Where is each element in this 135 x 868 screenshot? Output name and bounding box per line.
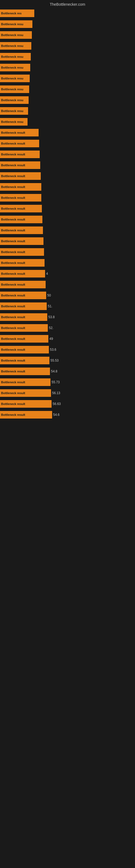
- bar-label: Bottleneck resu: [1, 44, 24, 48]
- bar-row: Bottleneck result: [0, 236, 135, 246]
- bar-row: Bottleneck resu: [0, 73, 135, 84]
- bar: Bottleneck resu: [0, 86, 29, 93]
- bar: Bottleneck resu: [0, 53, 31, 61]
- bar-row: Bottleneck resu: [0, 62, 135, 73]
- bar: Bottleneck result: [0, 346, 49, 353]
- bar-value: 54.6: [53, 413, 59, 416]
- bar-label: Bottleneck resu: [1, 33, 24, 37]
- bar-label: Bottleneck result: [1, 229, 25, 232]
- bar: Bottleneck resu: [0, 64, 30, 71]
- bar-value: 53.6: [50, 348, 56, 351]
- bar: Bottleneck result: [0, 368, 50, 375]
- bar-row: Bottleneck res: [0, 8, 135, 19]
- bar-label: Bottleneck resu: [1, 77, 24, 80]
- bar-label: Bottleneck result: [1, 131, 25, 134]
- bar: Bottleneck result: [0, 313, 47, 321]
- bar-label: Bottleneck resu: [1, 88, 24, 91]
- bar-row: Bottleneck result: [0, 225, 135, 236]
- bar-row: Bottleneck result: [0, 204, 135, 214]
- bar: Bottleneck result: [0, 400, 52, 408]
- bar: Bottleneck result: [0, 248, 44, 256]
- bar-label: Bottleneck res: [1, 12, 21, 15]
- bar-row: Bottleneck resu: [0, 106, 135, 116]
- bar-row: Bottleneck result56.13: [0, 388, 135, 398]
- bar-row: Bottleneck result56.63: [0, 399, 135, 409]
- bar: Bottleneck result: [0, 226, 43, 234]
- bar-row: Bottleneck result: [0, 127, 135, 138]
- bar-label: Bottleneck result: [1, 250, 25, 254]
- bar-row: Bottleneck result: [0, 160, 135, 170]
- bar-row: Bottleneck result: [0, 214, 135, 225]
- bar: Bottleneck resu: [0, 74, 30, 82]
- bar: Bottleneck result: [0, 324, 48, 332]
- bar-label: Bottleneck resu: [1, 98, 24, 102]
- bar: Bottleneck result: [0, 140, 39, 147]
- bar: Bottleneck result: [0, 151, 40, 158]
- bar: Bottleneck result: [0, 183, 41, 191]
- bar-label: Bottleneck result: [1, 185, 25, 188]
- bar-value: 4: [46, 272, 48, 276]
- bar-label: Bottleneck resu: [1, 120, 24, 123]
- bar-row: Bottleneck result54.6: [0, 410, 135, 420]
- bar-row: Bottleneck result: [0, 171, 135, 181]
- bar: Bottleneck result: [0, 270, 45, 278]
- bar-row: Bottleneck resu: [0, 117, 135, 127]
- bar-label: Bottleneck result: [1, 196, 25, 199]
- bar: Bottleneck resu: [0, 107, 28, 115]
- bar-label: Bottleneck result: [1, 283, 25, 286]
- bar: Bottleneck resu: [0, 20, 32, 28]
- bar-row: Bottleneck resu: [0, 52, 135, 62]
- bar-row: Bottleneck result53.8: [0, 312, 135, 322]
- chart-container: Bottleneck resBottleneck resuBottleneck …: [0, 8, 135, 420]
- bar: Bottleneck result: [0, 411, 52, 418]
- bar-row: Bottleneck result: [0, 247, 135, 257]
- bar-value: 51.: [48, 304, 52, 308]
- bar-row: Bottleneck result4: [0, 269, 135, 279]
- bar-row: Bottleneck result49: [0, 334, 135, 344]
- bar-label: Bottleneck result: [1, 294, 25, 297]
- bar-row: Bottleneck resu: [0, 30, 135, 40]
- bar: Bottleneck result: [0, 205, 42, 212]
- bar-label: Bottleneck result: [1, 392, 25, 395]
- bar: Bottleneck result: [0, 335, 48, 343]
- bar: Bottleneck result: [0, 303, 47, 310]
- bar: Bottleneck result: [0, 259, 45, 267]
- bar-row: Bottleneck result53.6: [0, 344, 135, 355]
- bar-row: Bottleneck result: [0, 138, 135, 149]
- bar-label: Bottleneck resu: [1, 109, 24, 113]
- bar-label: Bottleneck result: [1, 305, 25, 308]
- bar: Bottleneck result: [0, 237, 43, 245]
- bar-label: Bottleneck result: [1, 402, 25, 405]
- bar-label: Bottleneck result: [1, 261, 25, 265]
- bar: Bottleneck result: [0, 194, 41, 202]
- bar-value: 52.: [49, 326, 53, 330]
- bar-value: 49: [49, 337, 53, 341]
- bar: Bottleneck result: [0, 378, 50, 386]
- bar: Bottleneck resu: [0, 118, 28, 126]
- bar-row: Bottleneck resu: [0, 19, 135, 29]
- bar: Bottleneck result: [0, 216, 42, 223]
- bar: Bottleneck resu: [0, 31, 32, 39]
- bar-label: Bottleneck result: [1, 240, 25, 243]
- bar-label: Bottleneck result: [1, 315, 25, 319]
- bar: Bottleneck result: [0, 357, 49, 364]
- bar-value: 50: [47, 293, 51, 297]
- bar-row: Bottleneck result: [0, 279, 135, 290]
- bar-label: Bottleneck result: [1, 380, 25, 384]
- bar: Bottleneck result: [0, 129, 39, 136]
- site-title: TheBottlenecker.com: [0, 0, 135, 8]
- bar-label: Bottleneck result: [1, 370, 25, 373]
- bar-label: Bottleneck result: [1, 163, 25, 167]
- bar-row: Bottleneck result: [0, 193, 135, 203]
- bar-value: 56.13: [52, 391, 60, 395]
- bar-row: Bottleneck result52.: [0, 323, 135, 333]
- bar-label: Bottleneck resu: [1, 66, 24, 69]
- bar: Bottleneck result: [0, 281, 46, 288]
- bar: Bottleneck resu: [0, 42, 31, 50]
- bar-row: Bottleneck result55.53: [0, 355, 135, 366]
- bar-value: 55.53: [50, 359, 58, 362]
- bar-row: Bottleneck result: [0, 258, 135, 268]
- bar: Bottleneck res: [0, 9, 34, 17]
- bar-row: Bottleneck result55.73: [0, 377, 135, 388]
- bar: Bottleneck result: [0, 172, 41, 180]
